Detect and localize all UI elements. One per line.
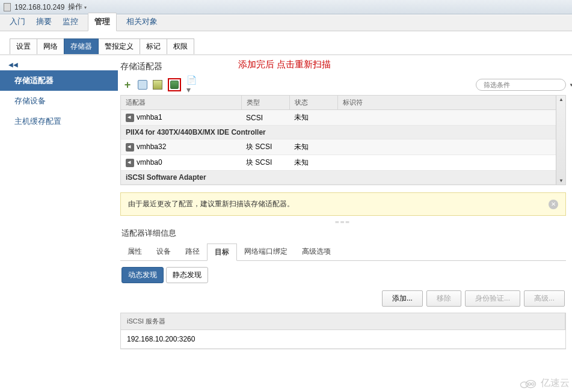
svg-point-5	[532, 382, 534, 385]
discovery-tabs: 动态发现 静态发现	[120, 261, 566, 289]
nav-related[interactable]: 相关对象	[125, 13, 159, 31]
add-icon[interactable]: +	[123, 80, 132, 90]
cell-name: vmhba32	[137, 142, 166, 151]
table-row[interactable]: vmhba32 块 SCSI 未知	[121, 139, 556, 155]
group-label: PIIX4 for 430TX/440BX/MX IDE Controller	[121, 126, 556, 139]
table-row[interactable]: 192.168.10.200:3260	[121, 330, 565, 349]
table-row[interactable]: vmhba1 SCSI 未知	[121, 110, 556, 126]
watermark-text: 亿速云	[541, 377, 570, 390]
remove-button[interactable]: 移除	[426, 290, 461, 307]
content-area: 设置 网络 存储器 警报定义 标记 权限 ◀◀ 存储适配器 存储设备 主机缓存配…	[0, 31, 572, 392]
server-value: 192.168.10.200:3260	[121, 330, 565, 349]
host-ip: 192.168.10.249	[14, 3, 64, 11]
dtab-advanced[interactable]: 高级选项	[295, 243, 338, 260]
dtab-targets[interactable]: 目标	[207, 243, 237, 261]
server-table: iSCSI 服务器 192.168.10.200:3260	[120, 313, 566, 349]
card-icon[interactable]	[153, 80, 162, 90]
add-button[interactable]: 添加...	[382, 290, 423, 307]
dtab-paths[interactable]: 路径	[178, 243, 207, 260]
cell-status: 未知	[289, 155, 337, 171]
adapter-icon	[126, 114, 134, 122]
detail-tabs: 属性 设备 路径 目标 网络端口绑定 高级选项	[120, 243, 566, 261]
subtab-alarm[interactable]: 警报定义	[98, 38, 140, 54]
rescan-button[interactable]	[168, 78, 181, 91]
server-header[interactable]: iSCSI 服务器	[121, 313, 565, 330]
col-adapter[interactable]: 适配器	[121, 96, 241, 110]
watermark: 亿速云	[518, 377, 570, 390]
toolbar: + 📄▾ ▼	[120, 78, 566, 91]
nav-summary[interactable]: 摘要	[35, 13, 53, 31]
sidebar-item-devices[interactable]: 存储设备	[0, 91, 118, 111]
sidebar: ◀◀ 存储适配器 存储设备 主机缓存配置	[0, 55, 118, 385]
subtab-perm[interactable]: 权限	[167, 38, 194, 54]
detail-title: 适配器详细信息	[120, 225, 566, 243]
search-input[interactable]	[481, 81, 569, 89]
table-group-row: PIIX4 for 430TX/440BX/MX IDE Controller	[121, 126, 556, 139]
subtab-settings[interactable]: 设置	[10, 38, 37, 54]
nav-getting-started[interactable]: 入门	[8, 13, 26, 31]
nav-monitor[interactable]: 监控	[61, 13, 79, 31]
clipboard-icon[interactable]: 📄▾	[186, 80, 196, 90]
svg-point-2	[520, 382, 527, 388]
sub-tabs: 设置 网络 存储器 警报定义 标记 权限	[0, 38, 572, 55]
chevron-down-icon[interactable]: ▼	[569, 82, 572, 88]
warning-bar: 由于最近更改了配置，建议重新扫描该存储适配器。 ✕	[120, 192, 566, 216]
title-bar: 192.168.10.249 操作	[0, 0, 572, 14]
close-icon[interactable]: ✕	[549, 200, 558, 209]
cell-kind: SCSI	[241, 110, 289, 126]
table-group-row: iSCSI Software Adapter	[121, 171, 556, 185]
dtab-properties[interactable]: 属性	[120, 243, 149, 260]
col-identifier[interactable]: 标识符	[337, 96, 556, 110]
col-status[interactable]: 状态	[289, 96, 337, 110]
disc-dynamic[interactable]: 动态发现	[121, 267, 164, 283]
search-box[interactable]: ▼	[476, 79, 566, 91]
sidebar-item-hostcache[interactable]: 主机缓存配置	[0, 111, 118, 132]
actions-menu[interactable]: 操作	[68, 2, 86, 12]
refresh-icon[interactable]	[138, 80, 147, 90]
sidebar-item-adapters[interactable]: 存储适配器	[0, 70, 118, 91]
cell-kind: 块 SCSI	[241, 139, 289, 155]
dtab-portbind[interactable]: 网络端口绑定	[237, 243, 295, 260]
annotation-text: 添加完后 点击重新扫描	[238, 59, 331, 70]
subtab-storage[interactable]: 存储器	[64, 38, 99, 54]
warning-text: 由于最近更改了配置，建议重新扫描该存储适配器。	[128, 199, 549, 209]
table-resize-handle[interactable]	[121, 185, 565, 185]
host-icon	[4, 3, 11, 11]
table-row[interactable]: vmhba0 块 SCSI 未知	[121, 155, 556, 171]
cell-kind: 块 SCSI	[241, 155, 289, 171]
dtab-devices[interactable]: 设备	[149, 243, 178, 260]
auth-button[interactable]: 身份验证...	[465, 290, 520, 307]
cloud-icon	[518, 378, 539, 390]
adapter-icon	[126, 159, 134, 167]
split-handle[interactable]: ═══	[120, 219, 566, 225]
main-split: ◀◀ 存储适配器 存储设备 主机缓存配置 存储适配器 添加完后 点击重新扫描 +…	[0, 55, 572, 385]
adapter-table: ▲ ▼ 适配器 类型 状态 标识符 vmhba1 SCSI 未知	[120, 95, 566, 185]
cell-name: vmhba0	[137, 158, 162, 167]
cell-name: vmhba1	[137, 113, 162, 121]
rescan-icon	[170, 81, 179, 89]
tool-icons: + 📄▾	[120, 78, 196, 91]
cell-status: 未知	[289, 110, 337, 126]
scroll-up-icon[interactable]: ▲	[559, 97, 564, 102]
col-type[interactable]: 类型	[241, 96, 289, 110]
adapter-icon	[126, 143, 134, 152]
nav-manage[interactable]: 管理	[88, 13, 117, 31]
scroll-down-icon[interactable]: ▼	[559, 178, 564, 183]
advanced-button[interactable]: 高级...	[524, 290, 565, 307]
cell-status: 未知	[289, 139, 337, 155]
panel-title: 存储适配器	[120, 60, 566, 76]
action-buttons: 添加... 移除 身份验证... 高级...	[120, 289, 566, 308]
group-label: iSCSI Software Adapter	[121, 171, 556, 185]
svg-point-4	[528, 382, 530, 385]
sidebar-collapse-icon[interactable]: ◀◀	[0, 59, 118, 70]
top-nav: 入门 摘要 监控 管理 相关对象	[0, 14, 572, 31]
disc-static[interactable]: 静态发现	[166, 267, 208, 283]
main-panel: 存储适配器 添加完后 点击重新扫描 + 📄▾ ▼	[118, 55, 572, 385]
subtab-network[interactable]: 网络	[37, 38, 64, 54]
subtab-tags[interactable]: 标记	[140, 38, 167, 54]
